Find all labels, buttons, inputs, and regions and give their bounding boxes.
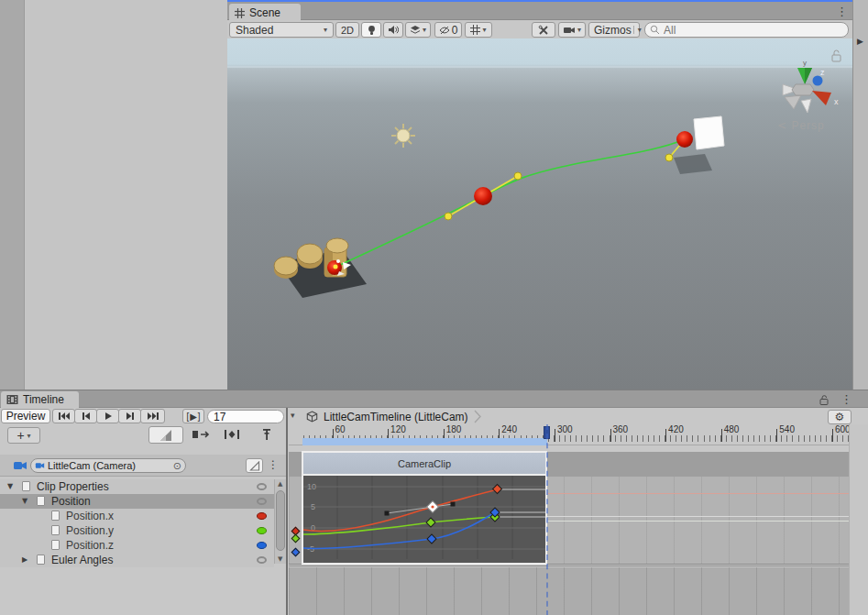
keyframe-z-mid[interactable] [427, 534, 436, 544]
tab-timeline[interactable]: Timeline [1, 391, 79, 408]
tree-row-position[interactable]: ▼Position [0, 494, 274, 509]
scroll-down-icon[interactable]: ▼ [278, 555, 282, 563]
tree-row-position-z[interactable]: Position.z [0, 538, 274, 553]
timeline-settings-button[interactable]: ⚙ [828, 410, 852, 424]
hidden-count-label: 0 [452, 24, 458, 37]
foldout-open-icon[interactable]: ▼ [7, 482, 13, 490]
left-dock-strip [0, 0, 25, 390]
effects-dropdown[interactable]: ▾ [405, 22, 431, 38]
breadcrumb[interactable]: LittleCamTimeline (LittleCam) [306, 409, 819, 424]
tree-row-position-x[interactable]: Position.x [0, 509, 274, 523]
tab-scene[interactable]: Scene [229, 4, 301, 22]
camera-clip[interactable]: CameraClip 10 5 0 -5 [302, 451, 547, 565]
previous-frame-button[interactable] [74, 409, 97, 423]
ruler-minor-tick [565, 435, 566, 442]
ruler-minor-tick [804, 435, 805, 442]
current-frame-input[interactable] [207, 410, 284, 423]
pane-divider[interactable] [286, 408, 288, 615]
track-curves-toggle-button[interactable] [246, 458, 263, 473]
go-to-start-button[interactable] [52, 409, 75, 423]
unlock-icon[interactable] [819, 394, 830, 405]
mix-mode-icon [192, 428, 210, 441]
replace-mode-pin-icon [260, 428, 273, 441]
timeline-options-dropdown-icon[interactable]: ▾ [291, 411, 295, 420]
scene-tabbar: Scene ⋮ [227, 0, 852, 20]
tangent-handle[interactable] [445, 213, 452, 220]
preview-toggle-button[interactable]: Preview [1, 409, 50, 423]
foldout-open-icon[interactable]: ▼ [22, 497, 27, 505]
gizmos-dropdown[interactable]: Gizmos ▾ [588, 22, 640, 38]
object-picker-icon[interactable]: ⊙ [173, 460, 181, 472]
unity-editor-window: Scene ⋮ Shaded ▾ 2D [0, 0, 868, 615]
replace-mode-button[interactable] [260, 428, 273, 444]
unlock-icon[interactable] [832, 50, 841, 61]
scene-grid-icon [235, 8, 245, 18]
play-range-button[interactable]: [▶] [182, 409, 204, 423]
hidden-objects-button[interactable]: 0 [434, 22, 462, 38]
curves-view-toggle-button[interactable] [148, 426, 183, 444]
curves-view-icon [249, 461, 260, 471]
tree-row-label: Position.z [66, 539, 114, 552]
scene-viewport[interactable]: y z x < Persp [227, 38, 852, 390]
directional-light-icon[interactable] [391, 124, 415, 148]
play-icon [104, 412, 113, 421]
go-to-end-button[interactable] [140, 409, 165, 423]
scroll-up-icon[interactable]: ▲ [278, 480, 282, 488]
ruler-minor-tick [654, 435, 654, 442]
foldout-closed-icon[interactable]: ▶ [22, 555, 27, 564]
tangent-handle[interactable] [385, 511, 390, 516]
play-button[interactable] [96, 409, 119, 423]
ripple-mode-icon [224, 428, 240, 441]
track-object-field[interactable]: LittleCam (Camera) ⊙ [30, 458, 186, 473]
ripple-mode-button[interactable] [224, 428, 240, 444]
audio-toggle-button[interactable] [383, 22, 403, 38]
waypoint-sphere-end[interactable] [676, 131, 693, 148]
perspective-mode-label[interactable]: < Persp [777, 119, 825, 132]
scrollbar-thumb[interactable] [276, 490, 285, 551]
track-menu-icon[interactable]: ⋮ [268, 458, 279, 471]
white-plane-object[interactable] [694, 116, 724, 149]
add-track-button[interactable]: + ▾ [7, 427, 40, 444]
2d-toggle-button[interactable]: 2D [335, 22, 359, 38]
tangent-handle[interactable] [451, 502, 456, 507]
clip-curve-editor[interactable]: 10 5 0 -5 [303, 476, 545, 559]
tree-row-clip-properties[interactable]: ▼Clip Properties [0, 479, 274, 494]
scene-panel-menu-icon[interactable]: ⋮ [836, 5, 848, 17]
property-tree: ▼Clip Properties▼PositionPosition.xPosit… [0, 479, 274, 567]
tangent-handle[interactable] [665, 154, 673, 161]
tree-row-label: Position [51, 495, 91, 508]
component-tools-button[interactable] [532, 22, 555, 38]
scene-toolbar: Shaded ▾ 2D [227, 20, 852, 38]
scene-search-input[interactable] [664, 24, 838, 37]
property-page-icon [37, 496, 45, 506]
effects-icon [410, 25, 421, 36]
waypoint-sphere-mid[interactable] [474, 187, 492, 205]
shading-mode-dropdown[interactable]: Shaded ▾ [229, 22, 334, 38]
ruler-major-tick [555, 429, 555, 442]
camera-icon [563, 26, 576, 35]
grid-visibility-dropdown[interactable]: ▾ [465, 22, 492, 38]
gizmos-label: Gizmos [594, 24, 632, 37]
clip-header[interactable]: CameraClip [303, 453, 545, 476]
tree-row-position-y[interactable]: Position.y [0, 523, 274, 538]
lighting-toggle-button[interactable] [361, 22, 381, 38]
mix-mode-button[interactable] [192, 428, 210, 444]
expand-panel-arrow-icon[interactable]: ▶ [857, 37, 863, 46]
persp-arrow-icon: < [777, 119, 787, 132]
curve-indicator-empty [257, 483, 267, 490]
tree-scrollbar[interactable]: ▲ ▼ [274, 479, 286, 564]
tangent-handle[interactable] [514, 172, 522, 180]
keyframe-x-end[interactable] [493, 485, 502, 494]
curve-position-x[interactable] [303, 489, 498, 531]
ruler-minor-tick [626, 435, 627, 442]
keyframe-y-mid[interactable] [426, 518, 435, 527]
timeline-panel-menu-icon[interactable]: ⋮ [841, 393, 852, 405]
camera-settings-dropdown[interactable]: ▾ [558, 22, 586, 38]
ruler-minor-tick [687, 435, 687, 442]
animation-track-header[interactable]: LittleCam (Camera) ⊙ ⋮ [0, 455, 287, 477]
curve-position-y[interactable] [303, 517, 495, 534]
ruler-minor-tick [592, 435, 593, 442]
next-frame-button[interactable] [118, 409, 141, 423]
tree-row-euler-angles[interactable]: ▶Euler Angles [0, 553, 274, 567]
scene-search-box[interactable] [644, 22, 849, 38]
